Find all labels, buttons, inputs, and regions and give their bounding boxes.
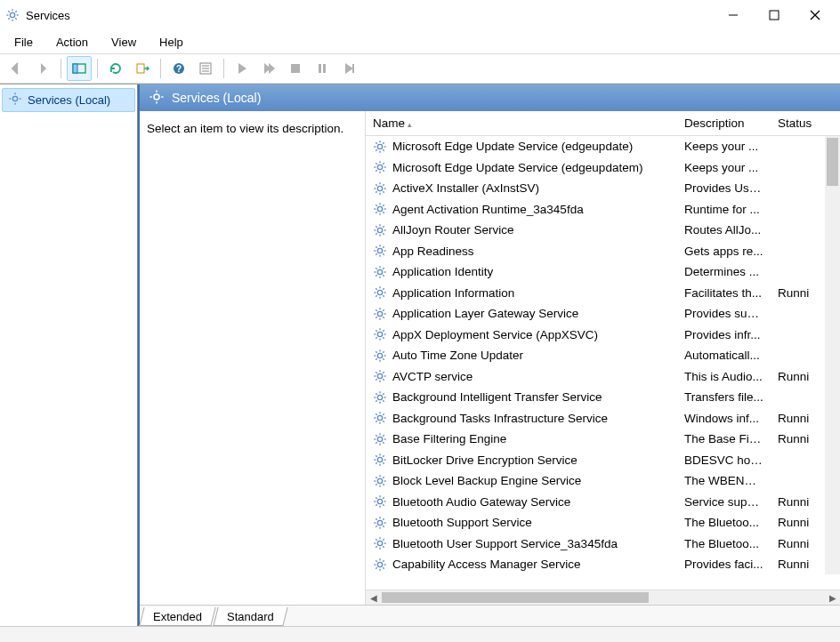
svg-point-171 xyxy=(377,458,382,462)
svg-point-162 xyxy=(377,437,382,441)
svg-line-52 xyxy=(376,171,376,172)
service-desc: Provides faci... xyxy=(677,558,771,571)
svg-rect-24 xyxy=(323,64,326,73)
service-desc: Keeps your ... xyxy=(677,161,771,174)
svg-line-80 xyxy=(383,226,384,227)
svg-line-71 xyxy=(383,205,384,206)
service-list: Name Description Status Microsoft Edge U… xyxy=(365,111,840,605)
svg-line-178 xyxy=(376,463,376,464)
svg-point-63 xyxy=(377,207,382,212)
service-row[interactable]: Microsoft Edge Update Service (edgeupdat… xyxy=(366,157,825,179)
right-pane: Services (Local) Select an item to view … xyxy=(138,84,840,626)
service-name: AllJoyn Router Service xyxy=(392,223,514,237)
svg-line-113 xyxy=(376,309,376,310)
column-name[interactable]: Name xyxy=(366,113,677,133)
service-row[interactable]: Bluetooth Support ServiceThe Bluetoo...R… xyxy=(366,512,825,534)
service-row[interactable]: BitLocker Drive Encryption ServiceBDESVC… xyxy=(366,450,825,471)
gear-icon xyxy=(373,390,387,405)
hscroll-right-icon[interactable]: ▶ xyxy=(825,590,840,605)
svg-point-99 xyxy=(377,291,382,295)
gear-icon xyxy=(373,558,387,572)
svg-line-59 xyxy=(376,184,376,185)
minimize-button[interactable] xyxy=(713,2,754,28)
svg-line-143 xyxy=(383,373,384,373)
vscroll-thumb[interactable] xyxy=(827,138,838,186)
svg-line-160 xyxy=(376,421,376,422)
gear-icon xyxy=(373,536,387,550)
service-desc: Transfers file... xyxy=(677,390,771,404)
svg-line-179 xyxy=(383,456,384,457)
menu-help[interactable]: Help xyxy=(150,33,192,52)
tree-pane: Services (Local) xyxy=(0,84,138,626)
service-row[interactable]: App ReadinessGets apps re... xyxy=(366,241,825,262)
service-row[interactable]: Background Tasks Infrastructure ServiceW… xyxy=(366,408,825,429)
gear-icon xyxy=(373,265,387,279)
svg-line-78 xyxy=(383,233,384,234)
toolbar: ? xyxy=(0,53,840,84)
service-row[interactable]: Bluetooth User Support Service_3a345fdaT… xyxy=(366,534,825,555)
back-icon xyxy=(4,56,28,81)
gear-icon xyxy=(373,349,387,363)
column-description[interactable]: Description xyxy=(677,113,771,133)
svg-line-167 xyxy=(376,435,376,436)
maximize-button[interactable] xyxy=(754,2,795,28)
svg-line-194 xyxy=(376,498,376,499)
svg-point-189 xyxy=(377,500,382,504)
service-row[interactable]: AVCTP serviceThis is Audio...Runni xyxy=(366,366,825,388)
refresh-icon[interactable] xyxy=(103,56,128,81)
service-desc: Provides Use... xyxy=(677,181,771,195)
service-name: App Readiness xyxy=(392,245,474,258)
svg-point-180 xyxy=(377,478,382,483)
svg-line-41 xyxy=(376,142,376,143)
export-list-icon[interactable] xyxy=(130,56,155,81)
menu-file[interactable]: File xyxy=(5,33,42,52)
horizontal-scrollbar[interactable]: ◀ ▶ xyxy=(366,590,840,605)
menu-action[interactable]: Action xyxy=(47,33,97,52)
menu-view[interactable]: View xyxy=(102,33,145,52)
tree-root-item[interactable]: Services (Local) xyxy=(2,88,135,112)
svg-point-90 xyxy=(377,269,382,274)
svg-point-153 xyxy=(377,416,382,421)
service-row[interactable]: AllJoyn Router ServiceRoutes AllJo... xyxy=(366,220,825,241)
service-row[interactable]: Bluetooth Audio Gateway ServiceService s… xyxy=(366,492,825,513)
service-row[interactable]: AppX Deployment Service (AppXSVC)Provide… xyxy=(366,325,825,346)
service-row[interactable]: ActiveX Installer (AxInstSV)Provides Use… xyxy=(366,178,825,199)
svg-line-214 xyxy=(376,547,376,548)
service-name: Microsoft Edge Update Service (edgeupdat… xyxy=(392,140,633,153)
svg-line-60 xyxy=(383,191,384,192)
close-button[interactable] xyxy=(795,2,836,28)
service-row[interactable]: Capability Access Manager ServiceProvide… xyxy=(366,554,825,575)
help-icon[interactable]: ? xyxy=(166,56,191,81)
service-status: Runni xyxy=(771,495,824,509)
service-name: Auto Time Zone Updater xyxy=(392,349,523,362)
svg-point-108 xyxy=(377,311,382,316)
list-scroll-area: Microsoft Edge Update Service (edgeupdat… xyxy=(366,136,840,590)
service-row[interactable]: Background Intelligent Transfer ServiceT… xyxy=(366,387,825,408)
tab-extended[interactable]: Extended xyxy=(139,607,215,626)
service-desc: Routes AllJo... xyxy=(677,223,771,237)
service-row[interactable]: Agent Activation Runtime_3a345fdaRuntime… xyxy=(366,199,825,221)
description-text: Select an item to view its description. xyxy=(147,122,343,135)
service-row[interactable]: Microsoft Edge Update Service (edgeupdat… xyxy=(366,136,825,157)
service-status: Runni xyxy=(771,370,824,383)
service-desc: Determines ... xyxy=(677,265,771,278)
hscroll-thumb[interactable] xyxy=(382,592,649,603)
service-name: Base Filtering Engine xyxy=(392,432,506,445)
service-name: Application Identity xyxy=(392,265,493,278)
svg-rect-14 xyxy=(73,64,77,73)
column-status[interactable]: Status xyxy=(771,113,824,133)
svg-line-204 xyxy=(383,526,384,526)
tab-standard[interactable]: Standard xyxy=(213,607,287,626)
service-desc: Provides sup... xyxy=(677,307,771,320)
properties-icon[interactable] xyxy=(193,56,218,81)
service-row[interactable]: Application InformationFacilitates th...… xyxy=(366,283,825,304)
service-row[interactable]: Base Filtering EngineThe Base Filt...Run… xyxy=(366,429,825,450)
service-row[interactable]: Application Layer Gateway ServiceProvide… xyxy=(366,303,825,325)
detail-pane-icon[interactable] xyxy=(67,56,92,81)
svg-rect-25 xyxy=(352,64,354,73)
vertical-scrollbar[interactable] xyxy=(825,136,840,574)
service-row[interactable]: Auto Time Zone UpdaterAutomaticall... xyxy=(366,345,825,366)
hscroll-left-icon[interactable]: ◀ xyxy=(366,590,381,605)
service-row[interactable]: Block Level Backup Engine ServiceThe WBE… xyxy=(366,470,825,492)
service-row[interactable]: Application IdentityDetermines ... xyxy=(366,261,825,283)
